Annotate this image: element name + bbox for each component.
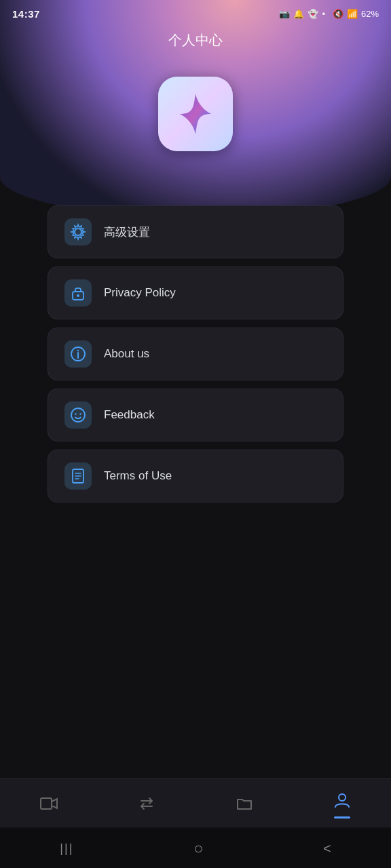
svg-point-2: [77, 294, 79, 297]
dot-indicator: •: [322, 9, 325, 19]
menu-item-terms-of-use[interactable]: Terms of Use: [48, 450, 343, 502]
folder-nav-icon: [235, 794, 254, 816]
svg-point-6: [71, 408, 85, 422]
transfer-nav-icon: [137, 794, 156, 816]
android-nav-bar: ||| ○ <: [0, 829, 391, 868]
svg-point-0: [75, 229, 81, 235]
camera-icon: 📷: [279, 9, 290, 19]
snapchat-icon: 👻: [308, 9, 318, 19]
notification-icon: 🔔: [293, 9, 304, 19]
app-icon-wrapper: [0, 77, 391, 151]
advanced-settings-icon-bg: [64, 218, 92, 245]
menu-item-advanced-settings[interactable]: 高级设置: [48, 205, 343, 258]
home-button[interactable]: ○: [193, 839, 204, 858]
wifi-icon: 📶: [347, 9, 358, 19]
svg-point-8: [79, 413, 81, 414]
advanced-settings-label: 高级设置: [104, 224, 150, 240]
menu-item-privacy-policy[interactable]: Privacy Policy: [48, 267, 343, 319]
about-us-icon-bg: [64, 340, 92, 368]
feedback-label: Feedback: [104, 408, 155, 422]
back-button[interactable]: <: [323, 841, 331, 856]
svg-point-7: [75, 413, 76, 414]
video-nav-icon: [39, 794, 58, 816]
feedback-icon-bg: [64, 401, 92, 429]
menu-section: 高级设置 Privacy Policy About us: [0, 205, 391, 502]
svg-point-5: [77, 350, 79, 351]
nav-item-folder[interactable]: [196, 794, 293, 816]
page-title: 个人中心: [0, 31, 391, 56]
privacy-lock-icon: [69, 284, 87, 302]
profile-nav-icon: [333, 791, 352, 812]
mute-icon: 🔇: [333, 9, 343, 19]
feedback-face-icon: [69, 406, 87, 424]
recent-apps-button[interactable]: |||: [60, 842, 73, 856]
privacy-policy-icon-bg: [64, 279, 92, 307]
svg-point-14: [339, 794, 346, 801]
terms-of-use-label: Terms of Use: [104, 469, 172, 483]
profile-nav-indicator: [334, 816, 350, 818]
status-time: 14:37: [12, 8, 40, 20]
menu-item-about-us[interactable]: About us: [48, 328, 343, 380]
battery-text: 62%: [361, 9, 379, 19]
svg-rect-13: [41, 798, 52, 809]
status-bar: 14:37 📷 🔔 👻 • 🔇 📶 62%: [0, 0, 391, 27]
about-us-label: About us: [104, 347, 149, 361]
privacy-policy-label: Privacy Policy: [104, 286, 176, 300]
nav-item-profile[interactable]: [293, 791, 391, 818]
terms-icon-bg: [64, 462, 92, 490]
about-info-icon: [69, 345, 87, 363]
gear-settings-icon: [69, 223, 87, 241]
nav-item-video[interactable]: [0, 794, 98, 816]
star-sparkle-icon: [172, 90, 219, 138]
bottom-nav: [0, 778, 391, 827]
terms-doc-icon: [69, 467, 87, 485]
status-icons: 📷 🔔 👻 • 🔇 📶 62%: [279, 9, 379, 19]
nav-item-transfer[interactable]: [98, 794, 196, 816]
menu-item-feedback[interactable]: Feedback: [48, 389, 343, 441]
app-icon: [158, 77, 233, 151]
